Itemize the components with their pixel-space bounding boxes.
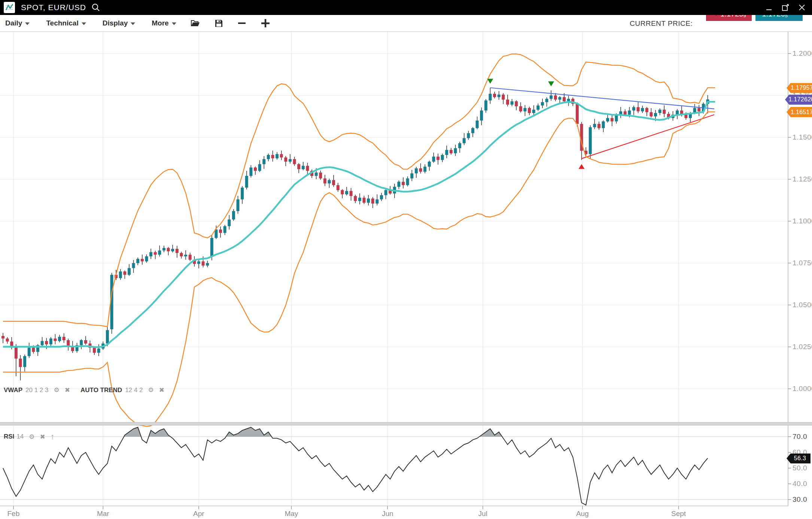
panel-separator[interactable]	[0, 422, 812, 425]
zoom-out-icon[interactable]	[237, 19, 246, 28]
window-controls	[765, 0, 806, 15]
close-icon[interactable]	[798, 3, 806, 12]
rsi-indicator-label: RSI	[4, 433, 14, 440]
autotrend-indicator-label: AUTO TREND	[80, 387, 122, 394]
close-icon[interactable]: ✖	[65, 386, 70, 394]
window-titlebar: SPOT, EUR/USD	[0, 0, 812, 15]
menu-display[interactable]: Display	[103, 19, 136, 27]
menu-technical[interactable]: Technical	[46, 19, 86, 27]
gear-icon[interactable]: ⚙	[54, 386, 60, 394]
save-icon[interactable]	[215, 19, 223, 28]
vwap-indicator-label: VWAP	[4, 387, 22, 394]
app-logo-icon	[4, 2, 15, 13]
chevron-down-icon	[131, 22, 135, 25]
chevron-down-icon	[25, 22, 30, 25]
indicator-row-main: VWAP 20 1 2 3 ⚙ ✖ AUTO TREND 12 4 2 ⚙ ✖	[4, 386, 164, 394]
chart-toolbar: Daily Technical Display More C	[0, 15, 812, 32]
window-title: SPOT, EUR/USD	[21, 3, 86, 12]
open-folder-icon[interactable]	[191, 19, 200, 27]
menu-daily[interactable]: Daily	[5, 19, 30, 27]
gear-icon[interactable]: ⚙	[29, 433, 34, 441]
move-panel-up-icon[interactable]: ↑	[51, 432, 55, 441]
close-icon[interactable]: ✖	[40, 433, 45, 441]
search-icon[interactable]	[91, 3, 100, 12]
close-icon[interactable]: ✖	[159, 386, 164, 394]
popout-icon[interactable]	[781, 3, 790, 12]
chevron-down-icon	[82, 22, 86, 25]
zoom-in-icon[interactable]	[261, 18, 270, 28]
current-price-label: CURRENT PRICE:	[630, 19, 693, 28]
minimize-button[interactable]	[765, 3, 773, 12]
price-chart-canvas[interactable]	[0, 0, 812, 519]
indicator-row-rsi: RSI 14 ⚙ ✖ ↑	[4, 432, 54, 441]
gear-icon[interactable]: ⚙	[148, 386, 153, 394]
chevron-down-icon	[172, 22, 176, 25]
menu-more[interactable]: More	[152, 19, 176, 27]
